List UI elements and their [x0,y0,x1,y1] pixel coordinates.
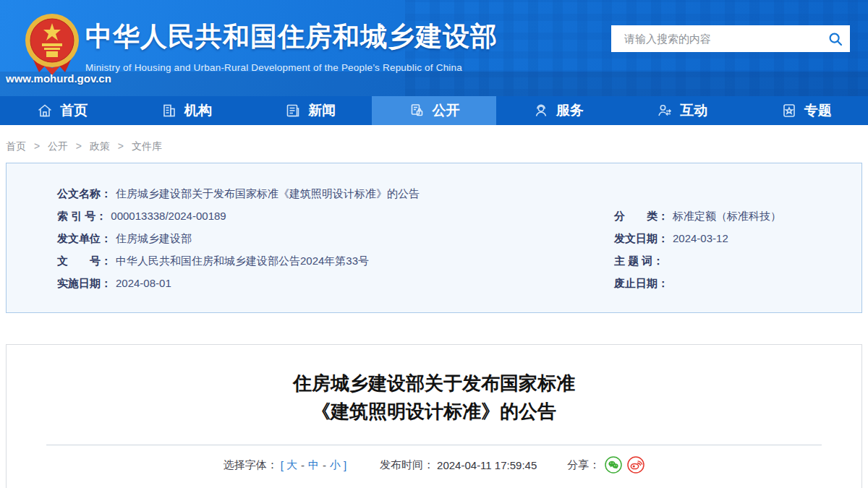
nav-item-label: 专题 [804,101,832,120]
font-size-medium-link[interactable]: 中 [308,458,319,472]
site-url: www.mohurd.gov.cn [6,72,111,85]
site-header: www.mohurd.gov.cn 中华人民共和国住房和城乡建设部 Minist… [0,0,868,96]
issue-date-value: 2024-03-12 [673,232,728,244]
doc-name-value: 住房城乡建设部关于发布国家标准《建筑照明设计标准》的公告 [116,187,420,200]
article-title-line2: 《建筑照明设计标准》的公告 [7,398,861,426]
site-title-cn: 中华人民共和国住房和城乡建设部 [85,19,498,55]
breadcrumb-separator: > [34,140,40,152]
search-input[interactable] [611,33,821,45]
category-value: 标准定额（标准科技） [673,210,781,222]
nav-item-org[interactable]: 机构 [124,96,247,125]
bracket-open: [ [281,459,284,471]
nav-item-label: 公开 [432,101,459,120]
font-size-large-link[interactable]: 大 [286,458,297,472]
repeal-date-label: 废止日期： [614,277,668,289]
nav-item-interaction[interactable]: 互动 [620,96,744,125]
site-title-block: 中华人民共和国住房和城乡建设部 Ministry of Housing and … [85,19,498,73]
topics-star-icon [780,102,798,119]
search-button[interactable] [821,25,850,52]
publish-time-label: 发布时间： [380,458,434,472]
main-nav: 首页 机构 新闻 公开 服务 互动 [0,96,868,125]
document-meta-box: 公文名称：住房城乡建设部关于发布国家标准《建筑照明设计标准》的公告 索 引 号：… [6,163,862,313]
header-background-band [0,72,868,96]
nav-item-label: 新闻 [308,101,336,120]
doc-name-label: 公文名称： [57,187,111,200]
search-box [611,25,850,52]
breadcrumb-separator: > [118,140,124,152]
subject-words-label: 主 题 词： [614,254,663,267]
nav-item-label: 首页 [60,101,88,120]
news-icon [284,102,302,119]
font-size-selector: 选择字体： [ 大 - 中 - 小 ] [224,458,349,472]
nav-item-label: 机构 [184,101,212,120]
site-title-en: Ministry of Housing and Urban-Rural Deve… [85,62,498,73]
font-size-small-link[interactable]: 小 [330,458,341,472]
article-title: 住房城乡建设部关于发布国家标准 《建筑照明设计标准》的公告 [7,369,861,426]
nav-item-label: 服务 [556,101,584,120]
meta-row-name: 公文名称：住房城乡建设部关于发布国家标准《建筑照明设计标准》的公告 [57,182,861,205]
effective-date-value: 2024-08-01 [116,277,171,289]
breadcrumb-item-home[interactable]: 首页 [6,140,26,152]
share-group: 分享： [567,456,644,474]
nav-item-label: 互动 [680,101,707,120]
search-icon [828,32,843,46]
disclosure-docs-icon [408,102,425,119]
share-label: 分享： [567,458,600,472]
publish-time-value: 2024-04-11 17:59:45 [437,459,537,471]
index-number-label: 索 引 号： [57,210,106,222]
meta-row: 实施日期：2024-08-01 废止日期： [57,272,861,294]
font-size-separator: - [323,459,326,471]
nav-item-services[interactable]: 服务 [496,96,620,125]
doc-number-label: 文 号： [57,254,111,267]
issuing-unit-value: 住房城乡建设部 [116,232,192,244]
effective-date-label: 实施日期： [57,277,111,289]
org-building-icon [161,102,178,119]
article-meta-bar: 选择字体： [ 大 - 中 - 小 ] 发布时间： 2024-04-11 17:… [7,456,861,474]
national-emblem [20,12,84,77]
doc-number-value: 中华人民共和国住房和城乡建设部公告2024年第33号 [116,254,369,267]
breadcrumb-item-disclosure[interactable]: 公开 [48,140,68,152]
wechat-share-icon[interactable] [605,456,622,474]
nav-item-news[interactable]: 新闻 [248,96,372,125]
home-icon [36,102,54,119]
service-headset-icon [532,102,550,119]
breadcrumb: 首页 > 公开 > 政策 > 文件库 [0,125,868,163]
nav-item-disclosure[interactable]: 公开 [372,93,495,125]
title-divider [46,445,822,445]
meta-row: 文 号：中华人民共和国住房和城乡建设部公告2024年第33号 主 题 词： [57,249,861,272]
breadcrumb-separator: > [76,140,82,152]
issue-date-label: 发文日期： [614,232,668,244]
category-label: 分 类： [614,210,668,222]
font-size-separator: - [301,459,305,471]
weibo-share-icon[interactable] [627,456,644,474]
nav-item-home[interactable]: 首页 [0,96,124,125]
publish-time-group: 发布时间： 2024-04-11 17:59:45 [380,458,537,472]
meta-row: 索 引 号：000013338/2024-00189 分 类：标准定额（标准科技… [57,205,861,227]
nav-item-topics[interactable]: 专题 [744,96,868,125]
index-number-value: 000013338/2024-00189 [111,210,226,222]
issuing-unit-label: 发文单位： [57,232,111,244]
interaction-icon [656,102,673,119]
font-selector-label: 选择字体： [224,458,278,472]
article-title-line1: 住房城乡建设部关于发布国家标准 [7,369,861,398]
breadcrumb-item-library: 文件库 [132,140,162,152]
bracket-close: ] [344,459,346,471]
article-box: 住房城乡建设部关于发布国家标准 《建筑照明设计标准》的公告 选择字体： [ 大 … [6,344,862,488]
breadcrumb-item-policy[interactable]: 政策 [90,140,110,152]
meta-row: 发文单位：住房城乡建设部 发文日期：2024-03-12 [57,227,861,249]
